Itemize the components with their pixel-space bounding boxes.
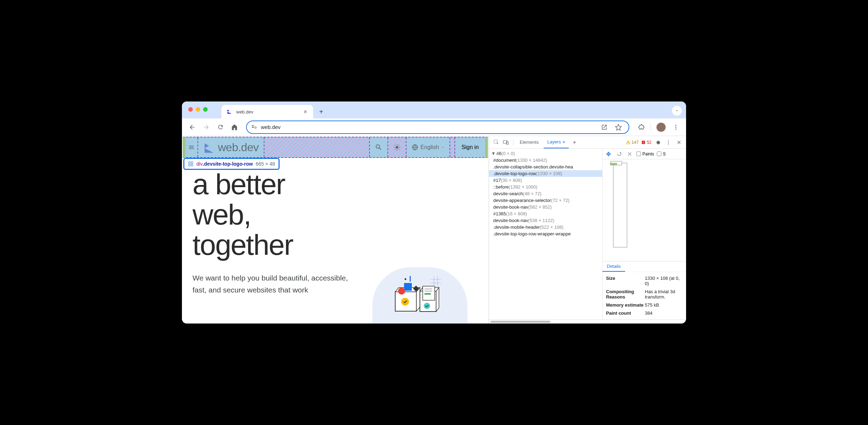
svg-rect-1 [252, 127, 254, 128]
layer-item[interactable]: #17(30 × 808) [489, 177, 602, 184]
tab-dropdown-button[interactable] [672, 106, 682, 116]
svg-rect-31 [643, 141, 643, 143]
layer-item[interactable]: ▼#6(0 × 0) [489, 150, 602, 157]
favicon-icon [226, 109, 233, 115]
warning-icon [626, 140, 631, 145]
svg-point-6 [396, 146, 398, 148]
tabs-row: web.dev × + [221, 101, 326, 118]
site-logo[interactable]: web.dev [198, 137, 264, 157]
open-external-icon[interactable] [598, 121, 610, 133]
forward-button[interactable] [200, 121, 212, 133]
profile-avatar[interactable] [656, 123, 666, 132]
svg-rect-27 [507, 141, 508, 144]
rotate-tool-icon[interactable] [615, 150, 623, 158]
sign-in-button[interactable]: Sign in [455, 137, 485, 157]
svg-point-5 [676, 128, 677, 129]
minimize-window-button[interactable] [196, 107, 200, 112]
search-button[interactable] [370, 137, 388, 157]
svg-rect-13 [404, 283, 412, 291]
chevron-down-icon [441, 146, 445, 149]
divider [650, 123, 651, 131]
layer-item[interactable]: .devsite-mobile-header(522 × 108) [489, 224, 602, 230]
site-settings-icon[interactable] [251, 124, 257, 130]
layer-item[interactable]: .devsite-top-logo-row-wrapper-wrappe [489, 230, 602, 237]
svg-point-33 [668, 140, 669, 141]
back-button[interactable] [186, 121, 198, 133]
inspector-tooltip: div.devsite-top-logo-row 665 × 48 [183, 158, 280, 170]
details-tab[interactable]: Details [603, 261, 625, 272]
address-bar[interactable]: web.dev [246, 121, 629, 134]
svg-point-34 [668, 142, 669, 142]
content-area: web.dev English Sign in [182, 136, 686, 324]
layer-item[interactable]: .devsite-collapsible-section.devsite-hea [489, 164, 602, 170]
layer-3d-visualization [613, 163, 627, 247]
layers-tree[interactable]: ▼#6(0 × 0)#document(1330 × 14842).devsit… [489, 149, 603, 319]
svg-rect-25 [494, 140, 497, 143]
theme-toggle[interactable] [388, 137, 407, 157]
hero-line3: together [192, 229, 293, 261]
layer-item[interactable]: .devsite-top-logo-row(1330 × 108) [489, 170, 602, 177]
kebab-menu-icon[interactable] [664, 138, 673, 147]
device-toggle-icon[interactable] [502, 138, 510, 147]
browser-window: web.dev × + web.dev [182, 101, 686, 324]
devtools-tabbar: Elements Layers × 147 52 [489, 136, 686, 149]
browser-tab[interactable]: web.dev × [221, 105, 313, 118]
devtools-body: ▼#6(0 × 0)#document(1330 × 14842).devsit… [489, 149, 686, 319]
close-devtools-icon[interactable] [675, 138, 683, 147]
layers-3d-canvas[interactable] [603, 159, 686, 261]
page-header: web.dev English Sign in [183, 137, 488, 158]
close-icon[interactable]: × [562, 139, 565, 145]
language-selector[interactable]: English [407, 137, 450, 157]
toolbar: web.dev [182, 118, 686, 136]
reset-tool-icon[interactable] [626, 150, 634, 158]
svg-rect-28 [628, 142, 628, 143]
traffic-lights [188, 107, 208, 112]
settings-icon[interactable] [654, 138, 662, 147]
layer-item[interactable]: devsite-book-nav(538 × 1122) [489, 217, 602, 224]
details-row: Memory estimate575 kB [606, 301, 683, 309]
url-text: web.dev [261, 124, 595, 130]
maximize-window-button[interactable] [203, 107, 208, 112]
sign-in-label: Sign in [461, 144, 479, 150]
svg-point-23 [405, 278, 407, 280]
page-viewport: web.dev English Sign in [182, 136, 489, 324]
details-row: Paint count384 [606, 309, 683, 317]
layer-item[interactable]: #1365(16 × 808) [489, 210, 602, 217]
tab-elements[interactable]: Elements [516, 136, 542, 148]
inspect-icon[interactable] [492, 138, 500, 147]
hamburger-menu[interactable] [185, 137, 198, 157]
canvas-toolbar: Paints S [603, 149, 686, 159]
more-tabs-icon[interactable] [570, 138, 579, 147]
details-row: Compositing ReasonsHas a trivial 3d tran… [606, 288, 683, 301]
s-checkbox[interactable]: S [657, 152, 666, 156]
new-tab-button[interactable]: + [316, 106, 326, 117]
addressbar-actions [598, 121, 624, 133]
error-icon [641, 140, 646, 145]
bookmark-icon[interactable] [612, 121, 624, 133]
warnings-badge[interactable]: 147 [626, 140, 639, 145]
home-button[interactable] [228, 121, 240, 133]
close-window-button[interactable] [188, 107, 193, 112]
tab-layers[interactable]: Layers × [544, 136, 569, 148]
header-spacer [264, 137, 370, 157]
layer-item[interactable]: #document(1330 × 14842) [489, 157, 602, 164]
reload-button[interactable] [214, 121, 226, 133]
layer-item[interactable]: devsite-search(48 × 72) [489, 190, 602, 197]
close-tab-icon[interactable]: × [302, 109, 308, 115]
hero-description: We want to help you build beautiful, acc… [192, 272, 355, 296]
horizontal-scrollbar[interactable] [489, 319, 686, 324]
paints-checkbox[interactable]: Paints [636, 152, 654, 156]
errors-badge[interactable]: 52 [641, 140, 652, 145]
logo-text: web.dev [218, 141, 259, 154]
svg-point-15 [401, 298, 409, 306]
layer-item[interactable]: devsite-book-nav(582 × 852) [489, 204, 602, 210]
tooltip-dims: 665 × 48 [256, 161, 275, 167]
svg-rect-8 [189, 162, 190, 164]
webdev-logo-icon [203, 141, 215, 153]
layer-item[interactable]: ::before(1392 × 1000) [489, 184, 602, 190]
header-gap [450, 137, 455, 157]
layer-item[interactable]: devsite-appearance-selector(72 × 72) [489, 197, 602, 204]
menu-icon[interactable] [670, 121, 682, 133]
extensions-icon[interactable] [635, 121, 647, 133]
pan-tool-icon[interactable] [605, 150, 612, 158]
